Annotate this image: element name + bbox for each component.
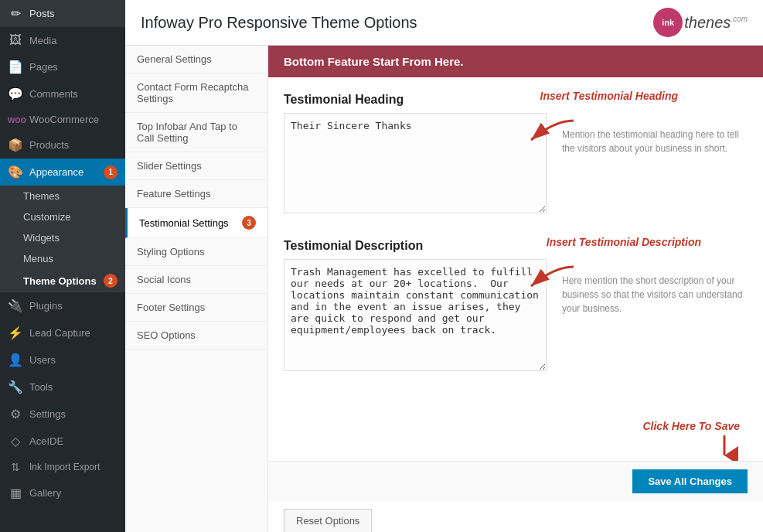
sidebar-item-lead-capture[interactable]: ⚡ Lead Capture: [0, 319, 125, 346]
logo-icon: ink: [653, 8, 683, 37]
subnav-contact-form[interactable]: Contact Form Recaptcha Settings: [125, 73, 267, 113]
reset-options-button[interactable]: Reset Options: [284, 509, 372, 532]
sidebar-item-plugins[interactable]: 🔌 Plugins: [0, 292, 125, 319]
sidebar-item-menus[interactable]: Menus: [0, 248, 125, 269]
users-icon: 👤: [8, 353, 23, 367]
sidebar-item-themes[interactable]: Themes: [0, 186, 125, 206]
testimonial-heading-hint: Mention the testimonial heading here to …: [562, 93, 748, 216]
theme-options-badge: 2: [104, 274, 118, 288]
page-header: Infoway Pro Responsive Theme Options ink…: [125, 0, 763, 46]
lead-capture-icon: ⚡: [8, 326, 23, 340]
description-arrow-icon: [516, 263, 577, 302]
section-header: Bottom Feature Start From Here.: [268, 46, 763, 77]
footer-bar: Save All Changes: [268, 461, 763, 501]
subnav-styling-options[interactable]: Styling Options: [125, 238, 267, 266]
sidebar-item-appearance[interactable]: 🎨 Appearance 1: [0, 159, 125, 186]
main-area: Infoway Pro Responsive Theme Options ink…: [125, 0, 763, 532]
main-panel: Bottom Feature Start From Here. Testimon…: [268, 46, 763, 532]
testimonial-description-label: Testimonial Description: [284, 239, 547, 253]
sidebar-item-posts[interactable]: ✏ Posts: [0, 0, 125, 27]
page-title: Infoway Pro Responsive Theme Options: [141, 14, 417, 32]
testimonial-heading-textarea[interactable]: Their Sincere Thanks: [284, 113, 547, 213]
inkthemes-logo: ink thenes.com: [653, 8, 748, 37]
subnav-footer-settings[interactable]: Footer Settings: [125, 294, 267, 322]
posts-icon: ✏: [8, 6, 23, 21]
testimonial-heading-label: Testimonial Heading: [284, 93, 547, 107]
sidebar-item-aceide[interactable]: ◇ AceIDE: [0, 428, 125, 455]
sidebar: ✏ Posts 🖼 Media 📄 Pages 💬 Comments woo W…: [0, 0, 125, 532]
media-icon: 🖼: [8, 33, 23, 47]
appearance-icon: 🎨: [8, 165, 23, 179]
save-annotation-label: Click Here To Save: [642, 420, 740, 432]
save-arrow-icon: [709, 434, 740, 461]
content-area: General Settings Contact Form Recaptcha …: [125, 46, 763, 532]
sidebar-item-settings[interactable]: ⚙ Settings: [0, 401, 125, 428]
sidebar-item-woocommerce[interactable]: woo WooCommerce: [0, 107, 125, 131]
heading-annotation: Insert Testimonial Heading: [540, 90, 678, 102]
testimonial-heading-left: Testimonial Heading Insert Testimonial H…: [284, 93, 547, 216]
sidebar-item-tools[interactable]: 🔧 Tools: [0, 373, 125, 401]
subnav-testimonial-settings[interactable]: Testimonial Settings 3: [125, 208, 267, 238]
appearance-submenu: Themes Customize Widgets Menus Theme Opt…: [0, 186, 125, 292]
heading-arrow-icon: [516, 117, 577, 155]
sidebar-item-comments[interactable]: 💬 Comments: [0, 80, 125, 107]
logo-brand: thenes.com: [684, 14, 748, 32]
sidebar-item-widgets[interactable]: Widgets: [0, 227, 125, 248]
comments-icon: 💬: [8, 87, 23, 101]
gallery-icon: ▦: [8, 486, 23, 500]
appearance-badge: 1: [104, 165, 118, 179]
sidebar-item-gallery[interactable]: ▦ Gallery: [0, 479, 125, 506]
aceide-icon: ◇: [8, 434, 23, 448]
testimonial-description-row: Testimonial Description Insert Testimoni…: [284, 239, 748, 373]
sidebar-item-pages[interactable]: 📄 Pages: [0, 53, 125, 80]
sidebar-item-customize[interactable]: Customize: [0, 206, 125, 227]
save-annotation-area: Click Here To Save: [268, 412, 763, 461]
woo-icon: woo: [8, 114, 23, 125]
description-annotation: Insert Testimonial Description: [547, 236, 701, 248]
pages-icon: 📄: [8, 60, 23, 74]
tools-icon: 🔧: [8, 380, 23, 394]
subnav-social-icons[interactable]: Social Icons: [125, 266, 267, 294]
ink-import-icon: ⇅: [8, 461, 23, 473]
testimonial-badge: 3: [242, 216, 256, 230]
subnav-slider-settings[interactable]: Slider Settings: [125, 152, 267, 180]
section-content: Testimonial Heading Insert Testimonial H…: [268, 77, 763, 412]
sidebar-item-ink-import-export[interactable]: ⇅ Ink Import Export: [0, 455, 125, 479]
settings-icon: ⚙: [8, 407, 23, 421]
products-icon: 📦: [8, 138, 23, 152]
save-all-changes-button[interactable]: Save All Changes: [632, 469, 748, 493]
testimonial-description-left: Testimonial Description Insert Testimoni…: [284, 239, 547, 373]
testimonial-heading-row: Testimonial Heading Insert Testimonial H…: [284, 93, 748, 216]
testimonial-description-textarea[interactable]: Trash Management has excelled to fulfill…: [284, 259, 547, 371]
sidebar-item-products[interactable]: 📦 Products: [0, 131, 125, 159]
sidebar-item-media[interactable]: 🖼 Media: [0, 27, 125, 53]
testimonial-description-hint: Here mention the short description of yo…: [562, 239, 748, 373]
sidebar-item-users[interactable]: 👤 Users: [0, 346, 125, 373]
subnav-top-infobar[interactable]: Top Infobar And Tap to Call Setting: [125, 113, 267, 152]
sidebar-item-theme-options[interactable]: Theme Options 2: [0, 269, 125, 292]
subnav-general-settings[interactable]: General Settings: [125, 46, 267, 73]
sub-navigation: General Settings Contact Form Recaptcha …: [125, 46, 268, 532]
reset-area: Reset Options: [268, 501, 763, 532]
subnav-feature-settings[interactable]: Feature Settings: [125, 180, 267, 208]
plugins-icon: 🔌: [8, 298, 23, 313]
subnav-seo-options[interactable]: SEO Options: [125, 322, 267, 350]
